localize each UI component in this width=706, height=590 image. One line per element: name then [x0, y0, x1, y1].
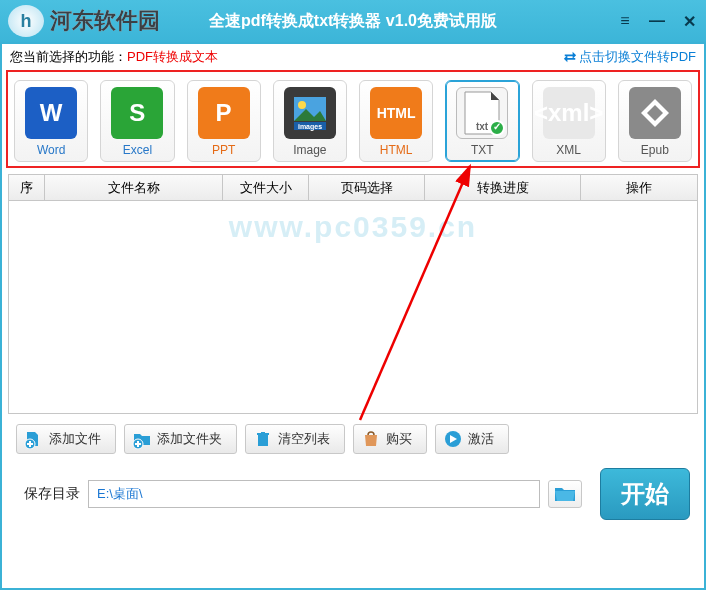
switch-mode-text: 点击切换文件转PDF: [579, 48, 696, 66]
brand-area: h 河东软件园: [8, 5, 160, 37]
tile-epub[interactable]: Epub: [618, 80, 692, 162]
xml-icon: <xml>: [543, 87, 595, 139]
window-controls: ≡ — ✕: [616, 12, 698, 30]
brand-text: 河东软件园: [50, 6, 160, 36]
col-operation[interactable]: 操作: [581, 175, 697, 200]
tile-excel[interactable]: SExcel: [100, 80, 174, 162]
col-progress[interactable]: 转换进度: [425, 175, 581, 200]
tile-xml[interactable]: <xml>XML: [532, 80, 606, 162]
excel-icon: S: [111, 87, 163, 139]
save-path-input[interactable]: [88, 480, 540, 508]
tile-word[interactable]: WWord: [14, 80, 88, 162]
add-folder-button[interactable]: 添加文件夹: [124, 424, 237, 454]
table-header: 序 文件名称 文件大小 页码选择 转换进度 操作: [9, 175, 697, 201]
app-title: 全速pdf转换成txt转换器 v1.0免费试用版: [209, 11, 497, 32]
col-filename[interactable]: 文件名称: [45, 175, 223, 200]
current-function-label: 您当前选择的功能：PDF转换成文本: [10, 48, 218, 66]
tile-label: Epub: [623, 143, 687, 157]
svg-point-1: [298, 101, 306, 109]
title-bar: h 河东软件园 全速pdf转换成txt转换器 v1.0免费试用版 ≡ — ✕: [0, 0, 706, 42]
add-file-icon: [23, 428, 45, 450]
tile-label: Excel: [105, 143, 169, 157]
logo-icon: h: [8, 5, 44, 37]
word-icon: W: [25, 87, 77, 139]
svg-text:images: images: [298, 123, 322, 131]
tile-ppt[interactable]: PPPT: [187, 80, 261, 162]
tile-label: XML: [537, 143, 601, 157]
image-icon: images: [284, 87, 336, 139]
btn-label: 购买: [386, 430, 412, 448]
col-seq[interactable]: 序: [9, 175, 45, 200]
shopping-bag-icon: [360, 428, 382, 450]
ppt-icon: P: [198, 87, 250, 139]
close-button[interactable]: ✕: [680, 12, 698, 30]
minimize-button[interactable]: —: [648, 12, 666, 30]
function-prefix: 您当前选择的功能：: [10, 49, 127, 64]
add-folder-icon: [131, 428, 153, 450]
tile-label: Image: [278, 143, 342, 157]
svg-text:txt: txt: [476, 121, 489, 132]
tile-image[interactable]: imagesImage: [273, 80, 347, 162]
browse-button[interactable]: [548, 480, 582, 508]
folder-icon: [554, 485, 576, 503]
bottom-bar: 保存目录 开始: [6, 454, 700, 520]
activate-button[interactable]: 激活: [435, 424, 509, 454]
activate-icon: [442, 428, 464, 450]
html-icon: HTML: [370, 87, 422, 139]
tile-label: PPT: [192, 143, 256, 157]
clear-list-button[interactable]: 清空列表: [245, 424, 345, 454]
tile-txt[interactable]: txtTXT: [445, 80, 519, 162]
buy-button[interactable]: 购买: [353, 424, 427, 454]
swap-icon: [563, 50, 577, 64]
tile-label: Word: [19, 143, 83, 157]
col-pagesel[interactable]: 页码选择: [309, 175, 425, 200]
format-tiles: WWord SExcel PPPT imagesImage HTMLHTML t…: [6, 70, 700, 168]
add-file-button[interactable]: 添加文件: [16, 424, 116, 454]
tile-html[interactable]: HTMLHTML: [359, 80, 433, 162]
file-table: 序 文件名称 文件大小 页码选择 转换进度 操作: [8, 174, 698, 414]
epub-icon: [629, 87, 681, 139]
menu-icon[interactable]: ≡: [616, 12, 634, 30]
start-button[interactable]: 开始: [600, 468, 690, 520]
btn-label: 清空列表: [278, 430, 330, 448]
btn-label: 激活: [468, 430, 494, 448]
function-name: PDF转换成文本: [127, 49, 218, 64]
txt-icon: txt: [456, 87, 508, 139]
trash-icon: [252, 428, 274, 450]
tile-label: HTML: [364, 143, 428, 157]
tile-label: TXT: [450, 143, 514, 157]
btn-label: 添加文件: [49, 430, 101, 448]
toolbar-buttons: 添加文件 添加文件夹 清空列表 购买 激活: [6, 414, 700, 454]
switch-mode-link[interactable]: 点击切换文件转PDF: [563, 48, 696, 66]
btn-label: 添加文件夹: [157, 430, 222, 448]
col-filesize[interactable]: 文件大小: [223, 175, 309, 200]
save-dir-label: 保存目录: [24, 485, 80, 503]
